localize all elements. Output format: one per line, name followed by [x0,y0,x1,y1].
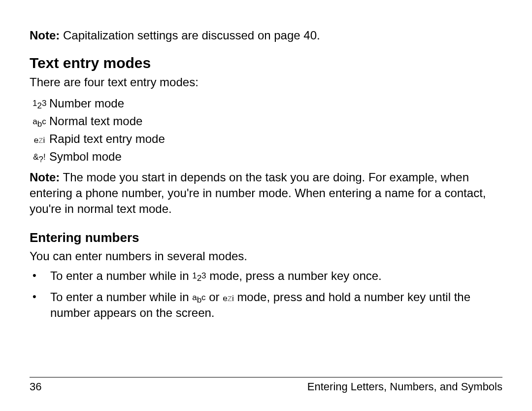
bullet-item-2: To enter a number while in abc or eZi mo… [30,289,502,321]
top-note: Note: Capitalization settings are discus… [30,28,502,43]
ezi-icon: eZi [223,293,233,305]
bullet-text: To enter a number while in [50,269,192,282]
sym-icon: &?! [33,152,46,165]
heading-entering-numbers: Entering numbers [30,230,502,245]
bullet-list: To enter a number while in 123 mode, pre… [30,268,502,321]
bullet-text: mode, press a number key once. [209,269,382,282]
mode-label: Rapid text entry mode [49,130,165,148]
manual-page: Note: Capitalization settings are discus… [0,0,532,411]
mode-label: Symbol mode [49,148,122,166]
abc-icon: abc [33,116,46,129]
mode-row-normal: abc Normal text mode [33,112,502,130]
bullet-item-1: To enter a number while in 123 mode, pre… [30,268,502,284]
note-text: Capitalization settings are discussed on… [63,29,320,42]
note-text: The mode you start in depends on the tas… [30,171,486,216]
note-label: Note: [30,29,60,42]
mode-row-symbol: &?! Symbol mode [33,148,502,166]
footer-section-title: Entering Letters, Numbers, and Symbols [307,380,502,393]
note-label: Note: [30,171,60,184]
123-icon: 123 [33,98,46,111]
bullet-text: or [209,290,223,304]
page-footer: 36 Entering Letters, Numbers, and Symbol… [30,377,502,393]
heading-text-entry-modes: Text entry modes [30,55,502,71]
mode-row-rapid: eZi Rapid text entry mode [33,130,502,148]
abc-icon: abc [192,293,205,305]
intro-text: There are four text entry modes: [30,74,502,90]
123-icon: 123 [192,272,206,283]
body-entering-numbers: You can enter numbers in several modes. [30,248,502,264]
mode-row-number: 123 Number mode [33,95,502,112]
mode-label: Normal text mode [49,112,142,130]
ezi-icon: eZi [33,134,46,147]
mode-note: Note: The mode you start in depends on t… [30,170,502,217]
mode-label: Number mode [49,95,124,112]
page-number: 36 [30,380,41,393]
bullet-text: To enter a number while in [50,290,192,304]
